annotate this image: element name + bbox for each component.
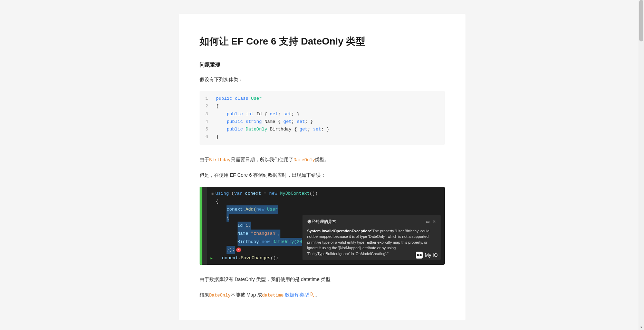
search-icon[interactable] (310, 292, 314, 297)
scrollbar-thumb[interactable] (639, 0, 643, 41)
inline-code-datetime: datetime (262, 293, 283, 298)
code-line-content: } (216, 133, 219, 141)
line-number: 4 (205, 118, 212, 126)
code-line-content: { (216, 103, 219, 110)
play-icon: ▶ (211, 256, 213, 260)
exception-title: 未经处理的异常 (307, 219, 336, 225)
inline-code-dateonly: DateOnly (294, 157, 315, 163)
inline-code-birthday: Birthday (209, 157, 231, 163)
code-line-content: public class User (216, 95, 262, 103)
line-number: 5 (205, 126, 212, 133)
line-number: 6 (205, 133, 212, 141)
code-line-content: public int Id { get; set; } (216, 110, 300, 118)
scrollbar-down-icon[interactable]: ▼ (638, 324, 644, 330)
inline-code-dateonly2: DateOnly (209, 293, 231, 298)
paragraph-intro: 假设有下列实体类： (200, 75, 445, 84)
ide-gutter (202, 187, 207, 265)
code-block-entity: 1public class User2{3 public int Id { ge… (200, 91, 445, 145)
article-title: 如何让 EF Core 6 支持 DateOnly 类型 (200, 35, 445, 48)
close-icon[interactable]: ✕ (432, 219, 436, 225)
section-heading-problem: 问题重现 (200, 62, 445, 68)
line-number: 2 (205, 103, 212, 110)
pin-icon[interactable]: ▭ (426, 219, 430, 225)
paragraph-db-type: 由于数据库没有 DateOnly 类型，我们使用的是 datetime 类型 (200, 275, 445, 284)
line-number: 1 (205, 95, 212, 103)
article-container: 如何让 EF Core 6 支持 DateOnly 类型 问题重现 假设有下列实… (179, 14, 465, 320)
fold-icon: ⊟ (211, 191, 215, 197)
exception-header: 未经处理的异常 ▭ ✕ (307, 219, 436, 225)
link-db-type[interactable]: 数据库类型 (285, 292, 309, 298)
paragraph-result: 结果DateOnly不能被 Map 成datetime 数据库类型 。 (200, 291, 445, 299)
code-line-content: public string Name { get; set; } (216, 118, 313, 126)
watermark: My IO (416, 252, 438, 259)
ide-sidebar (200, 187, 202, 265)
code-line-content: public DateOnly Birthday { get; set; } (216, 126, 329, 133)
error-icon: ✕ (236, 248, 241, 252)
wechat-icon (416, 252, 423, 259)
paragraph-birthday: 由于Birthday只需要日期，所以我们使用了DateOnly类型。 (200, 155, 445, 164)
ide-screenshot: ⊟using (var conext = new MyDbContext()) … (200, 187, 445, 265)
scrollbar[interactable]: ▲ ▼ (638, 0, 644, 330)
paragraph-error: 但是，在使用 EF Core 6 存储到数据库时，出现如下错误： (200, 171, 445, 179)
line-number: 3 (205, 110, 212, 118)
